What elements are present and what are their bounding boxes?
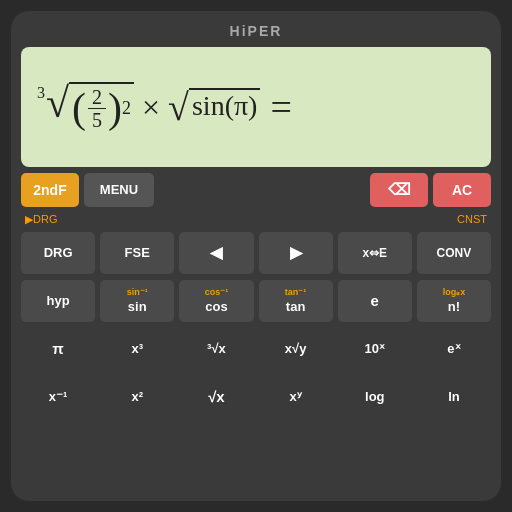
- hyp-button[interactable]: hyp: [21, 280, 95, 322]
- e-button[interactable]: e: [338, 280, 412, 322]
- control-row: 2ndF MENU ⌫ AC: [21, 173, 491, 207]
- sqrt-sin-pi: √ sin(π): [168, 88, 260, 126]
- left-arrow-button[interactable]: ◀: [179, 232, 253, 274]
- xinv-button[interactable]: x⁻¹: [21, 376, 95, 418]
- 2ndf-button[interactable]: 2ndF: [21, 173, 79, 207]
- fse-button[interactable]: FSE: [100, 232, 174, 274]
- button-row-4: x⁻¹ x² √x xʸ log ln: [21, 376, 491, 418]
- menu-button[interactable]: MENU: [84, 173, 154, 207]
- sin-primary: sin: [128, 299, 147, 315]
- log-button[interactable]: log: [338, 376, 412, 418]
- button-row-2: hyp sin⁻¹ sin cos⁻¹ cos tan⁻¹ tan e logₐ…: [21, 280, 491, 322]
- sin-secondary: sin⁻¹: [127, 287, 148, 298]
- ex-button[interactable]: eˣ: [417, 328, 491, 370]
- xy-button[interactable]: xʸ: [259, 376, 333, 418]
- backspace-button[interactable]: ⌫: [370, 173, 428, 207]
- cos-button[interactable]: cos⁻¹ cos: [179, 280, 253, 322]
- nfact-primary: n!: [448, 299, 460, 315]
- sqrtx-button[interactable]: √x: [179, 376, 253, 418]
- cos-primary: cos: [205, 299, 227, 315]
- xrooty-button[interactable]: x√y: [259, 328, 333, 370]
- button-row-3: π x³ ³√x x√y 10ˣ eˣ: [21, 328, 491, 370]
- cbrtx-button[interactable]: ³√x: [179, 328, 253, 370]
- ln-button[interactable]: ln: [417, 376, 491, 418]
- calculator: HiPER 3 √ ( 2 5 ) 2 × √: [11, 11, 501, 501]
- cube-root: 3 √ ( 2 5 ) 2: [37, 82, 134, 132]
- app-title: HiPER: [21, 21, 491, 41]
- 10x-button[interactable]: 10ˣ: [338, 328, 412, 370]
- x3-button[interactable]: x³: [100, 328, 174, 370]
- nfact-button[interactable]: logₐx n!: [417, 280, 491, 322]
- tan-secondary: tan⁻¹: [285, 287, 307, 298]
- display-expression: 3 √ ( 2 5 ) 2 × √ sin(π): [37, 82, 292, 132]
- drg-label: ▶DRG: [25, 213, 57, 226]
- right-arrow-button[interactable]: ▶: [259, 232, 333, 274]
- drg-cnst-row: ▶DRG CNST: [21, 213, 491, 226]
- tan-primary: tan: [286, 299, 306, 315]
- x2-button[interactable]: x²: [100, 376, 174, 418]
- tan-button[interactable]: tan⁻¹ tan: [259, 280, 333, 322]
- conv-button[interactable]: CONV: [417, 232, 491, 274]
- cos-secondary: cos⁻¹: [205, 287, 229, 298]
- nfact-secondary: logₐx: [443, 287, 466, 298]
- xe-button[interactable]: x⇔E: [338, 232, 412, 274]
- button-row-1: DRG FSE ◀ ▶ x⇔E CONV: [21, 232, 491, 274]
- cnst-label: CNST: [457, 213, 487, 226]
- display-screen: 3 √ ( 2 5 ) 2 × √ sin(π): [21, 47, 491, 167]
- drg-button[interactable]: DRG: [21, 232, 95, 274]
- pi-button[interactable]: π: [21, 328, 95, 370]
- sin-button[interactable]: sin⁻¹ sin: [100, 280, 174, 322]
- ac-button[interactable]: AC: [433, 173, 491, 207]
